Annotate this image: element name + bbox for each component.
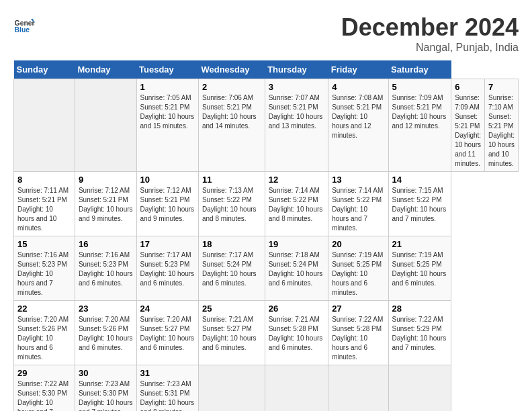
- day-info: Sunrise: 7:22 AMSunset: 5:28 PMDaylight:…: [332, 315, 384, 362]
- day-info: Sunrise: 7:20 AMSunset: 5:26 PMDaylight:…: [79, 315, 133, 353]
- day-number: 21: [392, 239, 448, 249]
- svg-text:Blue: Blue: [15, 26, 30, 34]
- calendar-cell: [75, 79, 136, 172]
- calendar-cell: 15Sunrise: 7:16 AMSunset: 5:23 PMDayligh…: [14, 236, 75, 301]
- calendar-cell: 18Sunrise: 7:17 AMSunset: 5:24 PMDayligh…: [198, 236, 265, 301]
- day-number: 18: [202, 239, 261, 249]
- day-info: Sunrise: 7:11 AMSunset: 5:21 PMDaylight:…: [17, 186, 71, 233]
- calendar-cell: 24Sunrise: 7:20 AMSunset: 5:27 PMDayligh…: [136, 301, 198, 365]
- logo: General Blue: [13, 13, 35, 35]
- svg-text:General: General: [15, 19, 35, 27]
- calendar-cell: [328, 365, 388, 412]
- day-number: 17: [140, 239, 195, 249]
- calendar-cell: 6Sunrise: 7:09 AMSunset: 5:21 PMDaylight…: [451, 79, 485, 172]
- calendar-cell: 14Sunrise: 7:15 AMSunset: 5:22 PMDayligh…: [388, 172, 451, 236]
- day-info: Sunrise: 7:21 AMSunset: 5:28 PMDaylight:…: [269, 315, 325, 353]
- day-number: 6: [455, 82, 481, 92]
- calendar-cell: 28Sunrise: 7:22 AMSunset: 5:29 PMDayligh…: [388, 301, 451, 365]
- day-number: 16: [79, 239, 133, 249]
- day-info: Sunrise: 7:18 AMSunset: 5:24 PMDaylight:…: [269, 250, 325, 288]
- day-info: Sunrise: 7:14 AMSunset: 5:22 PMDaylight:…: [269, 186, 325, 224]
- calendar-week-row: 22Sunrise: 7:20 AMSunset: 5:26 PMDayligh…: [14, 301, 519, 365]
- day-info: Sunrise: 7:08 AMSunset: 5:21 PMDaylight:…: [332, 93, 384, 140]
- day-info: Sunrise: 7:19 AMSunset: 5:25 PMDaylight:…: [332, 250, 384, 298]
- calendar-cell: 7Sunrise: 7:10 AMSunset: 5:21 PMDaylight…: [485, 79, 519, 172]
- calendar-cell: 12Sunrise: 7:14 AMSunset: 5:22 PMDayligh…: [265, 172, 328, 236]
- calendar-cell: 17Sunrise: 7:17 AMSunset: 5:23 PMDayligh…: [136, 236, 198, 301]
- day-info: Sunrise: 7:23 AMSunset: 5:31 PMDaylight:…: [140, 379, 195, 411]
- weekday-header-sunday: Sunday: [14, 60, 75, 79]
- weekday-header-wednesday: Wednesday: [198, 60, 265, 79]
- weekday-header-monday: Monday: [75, 60, 136, 79]
- day-info: Sunrise: 7:22 AMSunset: 5:29 PMDaylight:…: [392, 315, 448, 353]
- day-number: 28: [392, 304, 448, 314]
- calendar-cell: 21Sunrise: 7:19 AMSunset: 5:25 PMDayligh…: [388, 236, 451, 301]
- calendar-cell: 5Sunrise: 7:09 AMSunset: 5:21 PMDaylight…: [388, 79, 451, 172]
- day-number: 24: [140, 304, 195, 314]
- day-number: 30: [79, 368, 133, 378]
- day-number: 4: [332, 82, 384, 92]
- calendar-cell: 29Sunrise: 7:22 AMSunset: 5:30 PMDayligh…: [14, 365, 75, 412]
- calendar-cell: 9Sunrise: 7:12 AMSunset: 5:21 PMDaylight…: [75, 172, 136, 236]
- day-number: 13: [332, 175, 384, 185]
- day-number: 27: [332, 304, 384, 314]
- day-number: 23: [79, 304, 133, 314]
- day-number: 1: [140, 82, 195, 92]
- day-number: 22: [17, 304, 71, 314]
- day-info: Sunrise: 7:07 AMSunset: 5:21 PMDaylight:…: [269, 93, 325, 131]
- calendar-cell: 10Sunrise: 7:12 AMSunset: 5:21 PMDayligh…: [136, 172, 198, 236]
- calendar-cell: 8Sunrise: 7:11 AMSunset: 5:21 PMDaylight…: [14, 172, 75, 236]
- weekday-header-tuesday: Tuesday: [136, 60, 198, 79]
- day-number: 11: [202, 175, 261, 185]
- day-number: 26: [269, 304, 325, 314]
- calendar-cell: 26Sunrise: 7:21 AMSunset: 5:28 PMDayligh…: [265, 301, 328, 365]
- day-info: Sunrise: 7:17 AMSunset: 5:24 PMDaylight:…: [202, 250, 261, 288]
- calendar-table: SundayMondayTuesdayWednesdayThursdayFrid…: [13, 60, 519, 411]
- day-number: 3: [269, 82, 325, 92]
- day-info: Sunrise: 7:16 AMSunset: 5:23 PMDaylight:…: [79, 250, 133, 288]
- calendar-cell: 23Sunrise: 7:20 AMSunset: 5:26 PMDayligh…: [75, 301, 136, 365]
- weekday-header-saturday: Saturday: [388, 60, 451, 79]
- day-info: Sunrise: 7:17 AMSunset: 5:23 PMDaylight:…: [140, 250, 195, 288]
- day-info: Sunrise: 7:05 AMSunset: 5:21 PMDaylight:…: [140, 93, 195, 131]
- day-number: 7: [488, 82, 515, 92]
- calendar-cell: 20Sunrise: 7:19 AMSunset: 5:25 PMDayligh…: [328, 236, 388, 301]
- logo-icon: General Blue: [13, 13, 35, 35]
- day-info: Sunrise: 7:06 AMSunset: 5:21 PMDaylight:…: [202, 93, 261, 131]
- day-number: 14: [392, 175, 448, 185]
- day-number: 19: [269, 239, 325, 249]
- calendar-cell: 27Sunrise: 7:22 AMSunset: 5:28 PMDayligh…: [328, 301, 388, 365]
- calendar-cell: 2Sunrise: 7:06 AMSunset: 5:21 PMDaylight…: [198, 79, 265, 172]
- calendar-week-row: 15Sunrise: 7:16 AMSunset: 5:23 PMDayligh…: [14, 236, 519, 301]
- day-number: 10: [140, 175, 195, 185]
- calendar-cell: 1Sunrise: 7:05 AMSunset: 5:21 PMDaylight…: [136, 79, 198, 172]
- weekday-header-row: SundayMondayTuesdayWednesdayThursdayFrid…: [14, 60, 519, 79]
- day-number: 9: [79, 175, 133, 185]
- day-number: 29: [17, 368, 71, 378]
- day-info: Sunrise: 7:09 AMSunset: 5:21 PMDaylight:…: [392, 93, 448, 131]
- title-section: December 2024 Nangal, Punjab, India: [341, 13, 519, 54]
- day-info: Sunrise: 7:20 AMSunset: 5:26 PMDaylight:…: [17, 315, 71, 362]
- calendar-cell: [388, 365, 451, 412]
- location-title: Nangal, Punjab, India: [341, 42, 519, 54]
- weekday-header-thursday: Thursday: [265, 60, 328, 79]
- day-number: 20: [332, 239, 384, 249]
- calendar-cell: 30Sunrise: 7:23 AMSunset: 5:30 PMDayligh…: [75, 365, 136, 412]
- weekday-header-friday: Friday: [328, 60, 388, 79]
- calendar-cell: 3Sunrise: 7:07 AMSunset: 5:21 PMDaylight…: [265, 79, 328, 172]
- calendar-cell: 16Sunrise: 7:16 AMSunset: 5:23 PMDayligh…: [75, 236, 136, 301]
- calendar-cell: 4Sunrise: 7:08 AMSunset: 5:21 PMDaylight…: [328, 79, 388, 172]
- day-info: Sunrise: 7:12 AMSunset: 5:21 PMDaylight:…: [140, 186, 195, 224]
- day-number: 2: [202, 82, 261, 92]
- day-info: Sunrise: 7:20 AMSunset: 5:27 PMDaylight:…: [140, 315, 195, 353]
- day-number: 5: [392, 82, 448, 92]
- day-info: Sunrise: 7:21 AMSunset: 5:27 PMDaylight:…: [202, 315, 261, 353]
- calendar-cell: [198, 365, 265, 412]
- day-info: Sunrise: 7:10 AMSunset: 5:21 PMDaylight:…: [488, 93, 515, 169]
- day-info: Sunrise: 7:12 AMSunset: 5:21 PMDaylight:…: [79, 186, 133, 224]
- day-number: 12: [269, 175, 325, 185]
- day-info: Sunrise: 7:22 AMSunset: 5:30 PMDaylight:…: [17, 379, 71, 411]
- day-info: Sunrise: 7:09 AMSunset: 5:21 PMDaylight:…: [455, 93, 481, 169]
- calendar-cell: 11Sunrise: 7:13 AMSunset: 5:22 PMDayligh…: [198, 172, 265, 236]
- day-info: Sunrise: 7:23 AMSunset: 5:30 PMDaylight:…: [79, 379, 133, 411]
